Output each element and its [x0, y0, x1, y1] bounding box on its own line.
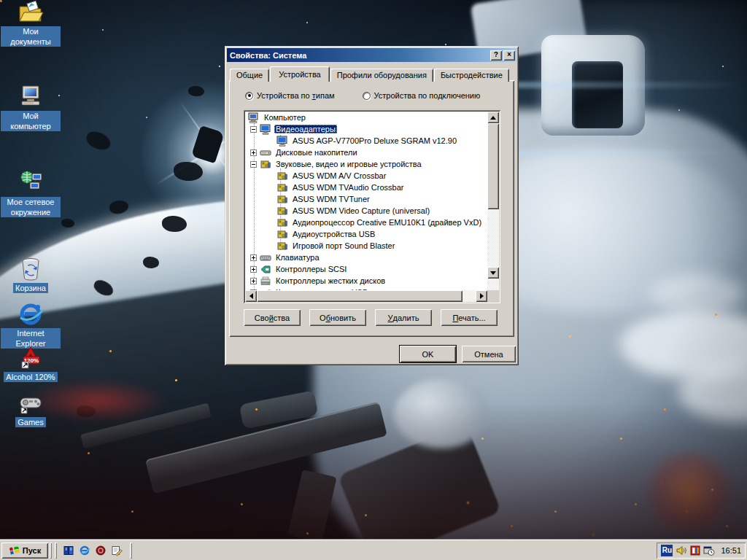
tree-item[interactable]: Клавиатура: [245, 252, 487, 263]
taskbar-handle[interactable]: [55, 542, 57, 559]
tree-item[interactable]: ASUS AGP-V7700Pro Deluxe SGRAM v12.90: [245, 135, 487, 147]
sound-icon: [276, 194, 289, 205]
tree-item-label: ASUS AGP-V7700Pro Deluxe SGRAM v12.90: [291, 136, 458, 145]
blue-book-icon[interactable]: [61, 543, 76, 558]
language-indicator[interactable]: Ru: [661, 545, 673, 556]
red-circle-icon[interactable]: [93, 543, 108, 558]
tree-item-label: ASUS WDM Video Capture (universal): [291, 206, 431, 215]
start-button[interactable]: Пуск: [1, 542, 48, 559]
tree-item[interactable]: Звуковые, видео и игровые устройства: [245, 158, 487, 170]
collapse-icon[interactable]: [250, 126, 257, 133]
help-icon[interactable]: ?: [490, 50, 502, 61]
horizontal-scrollbar[interactable]: [245, 290, 487, 302]
tree-item-label: Контроллеры жестких дисков: [274, 276, 387, 285]
alcohol-120-icon: 120%: [18, 346, 44, 370]
refresh-button[interactable]: Обновить: [309, 309, 366, 326]
vertical-scroll-thumb[interactable]: [487, 123, 499, 209]
sound-icon: [276, 171, 289, 182]
tree-item[interactable]: ASUS WDM TVAudio Crossbar: [245, 182, 487, 193]
tab-devices[interactable]: Устройства: [270, 66, 330, 82]
show-desktop-icon[interactable]: [109, 543, 124, 558]
desktop-icon-my-computer[interactable]: Мой компьютер: [0, 85, 61, 131]
collapse-icon[interactable]: [250, 161, 257, 168]
view-mode-radios: Устройства по типамУстройства по подключ…: [245, 91, 480, 100]
desktop-icon-my-documents[interactable]: Мои документы: [0, 0, 61, 47]
tree-item[interactable]: ASUS WDM TVTuner: [245, 193, 487, 205]
desktop-icon-label: Games: [15, 417, 45, 427]
tree-item[interactable]: Дисковые накопители: [245, 147, 487, 158]
cd-emulator-icon[interactable]: [689, 545, 701, 556]
print-button[interactable]: Печать...: [441, 309, 498, 326]
radio-devices-by-connection[interactable]: Устройства по подключению: [363, 91, 481, 100]
scroll-right-button[interactable]: [476, 290, 487, 302]
desktop-icon-games[interactable]: Games: [0, 391, 61, 427]
expand-icon[interactable]: [250, 266, 257, 273]
sound-icon: [276, 217, 289, 228]
horizontal-scroll-thumb[interactable]: [257, 290, 462, 302]
tree-item[interactable]: Аудиопроцессор Creative EMU10K1 (драйвер…: [245, 217, 487, 228]
dialog-title: Свойства: Система: [230, 51, 306, 60]
cancel-button[interactable]: Отмена: [462, 346, 516, 362]
devices-tab-page: Устройства по типамУстройства по подключ…: [229, 80, 514, 337]
radio-devices-by-type[interactable]: Устройства по типам: [245, 91, 335, 100]
tab-performance[interactable]: Быстродействие: [434, 69, 509, 82]
desktop-icon-alcohol-120[interactable]: 120%Alcohol 120%: [0, 346, 61, 382]
tree-item-label: Дисковые накопители: [274, 148, 359, 157]
internet-explorer-icon[interactable]: [77, 543, 92, 558]
sound-icon: [260, 159, 272, 170]
tree-item-label: Клавиатура: [274, 253, 321, 262]
tree-item[interactable]: Игровой порт Sound Blaster: [245, 240, 487, 252]
tree-item[interactable]: Контроллеры SCSI: [245, 263, 487, 275]
start-label: Пуск: [23, 546, 41, 555]
internet-explorer-icon: [18, 302, 44, 327]
taskbar-handle[interactable]: [130, 542, 132, 559]
tree-item-label: ASUS WDM TVAudio Crossbar: [291, 183, 405, 192]
sound-icon: [276, 206, 289, 217]
ok-button[interactable]: OK: [400, 346, 456, 362]
expand-icon[interactable]: [250, 254, 257, 261]
tree-item-label: ASUS WDM TVTuner: [291, 195, 371, 203]
expand-icon[interactable]: [250, 278, 257, 284]
tree-item[interactable]: Аудиоустройства USB: [245, 228, 487, 240]
tree-item-label: ASUS WDM A/V Crossbar: [291, 171, 387, 180]
tree-item[interactable]: Компьютер: [245, 112, 487, 123]
close-icon[interactable]: ×: [503, 50, 515, 61]
expand-icon[interactable]: [250, 149, 257, 156]
tree-item[interactable]: ASUS WDM A/V Crossbar: [245, 170, 487, 182]
network-neighborhood-icon: [18, 171, 44, 195]
tree-item-label: Аудиопроцессор Creative EMU10K1 (драйвер…: [291, 218, 483, 227]
properties-button[interactable]: Свойства: [244, 309, 301, 326]
arrow-right-icon: [480, 293, 484, 299]
my-documents-icon: [18, 0, 44, 25]
tab-general[interactable]: Общие: [230, 69, 269, 82]
dialog-titlebar[interactable]: Свойства: Система ? ×: [227, 48, 516, 62]
tab-hardware-profiles[interactable]: Профили оборудования: [330, 69, 433, 82]
tree-item-label: Звуковые, видео и игровые устройства: [274, 160, 423, 168]
tree-item[interactable]: Контроллеры жестких дисков: [245, 275, 487, 287]
tree-item[interactable]: Видеоадаптеры: [245, 123, 487, 135]
scroll-up-button[interactable]: [487, 112, 499, 123]
games-icon: [18, 391, 44, 416]
system-tray: Ru 16:51: [657, 542, 746, 559]
tree-item[interactable]: ASUS WDM Video Capture (universal): [245, 205, 487, 217]
vertical-scrollbar[interactable]: [487, 112, 499, 290]
volume-icon[interactable]: [676, 545, 687, 556]
tree-item-label: Контроллеры SCSI: [274, 265, 348, 273]
device-tree-listbox: КомпьютерВидеоадаптерыASUS AGP-V7700Pro …: [244, 110, 500, 303]
radio-circle-icon: [363, 92, 371, 100]
desktop-icon-network-neighborhood[interactable]: Мое сетевое окружение: [0, 171, 61, 217]
display-icon: [260, 124, 272, 135]
remove-button[interactable]: Удалить: [375, 309, 432, 326]
drive-icon: [260, 147, 272, 158]
desktop-icon-internet-explorer[interactable]: Internet Explorer: [0, 302, 61, 349]
scroll-left-button[interactable]: [245, 290, 257, 302]
scheduler-icon[interactable]: [703, 545, 715, 556]
taskbar-handle[interactable]: [50, 542, 52, 559]
scroll-down-button[interactable]: [487, 267, 499, 279]
computer-icon: [248, 112, 260, 123]
radio-label: Устройства по типам: [257, 91, 335, 100]
desktop-icon-label: Alcohol 120%: [4, 372, 57, 382]
system-properties-dialog: Свойства: Система ? × ОбщиеУстройстваПро…: [225, 46, 519, 365]
desktop-icon-label: Мое сетевое окружение: [1, 197, 61, 217]
desktop-icon-recycle-bin[interactable]: Корзина: [0, 257, 61, 293]
